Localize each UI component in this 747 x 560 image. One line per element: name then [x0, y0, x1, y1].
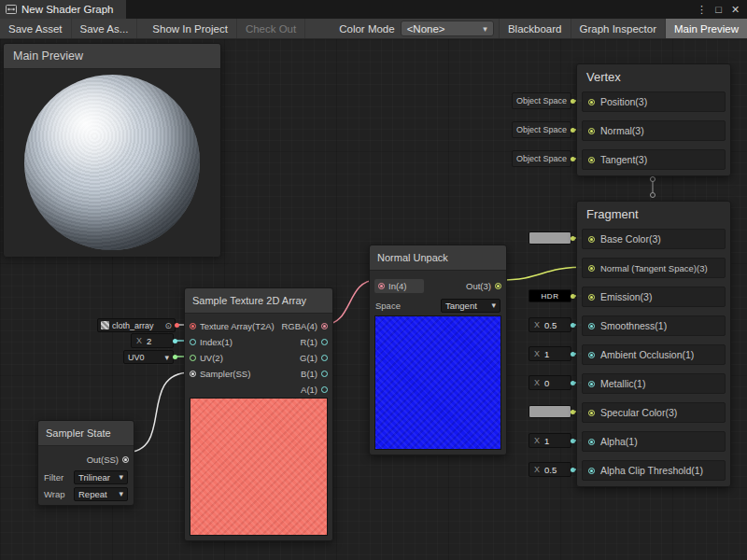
vertex-blocks: Position(3) Normal(3) Tangent(3) [577, 90, 730, 175]
fragment-block-smoothness[interactable]: Smoothness(1) [582, 315, 726, 336]
alpha-input-port[interactable] [588, 439, 595, 445]
main-preview-body [4, 69, 220, 257]
r-output-port[interactable] [321, 339, 328, 345]
block-label: Ambient Occlusion(1) [600, 349, 694, 360]
close-icon[interactable]: ✕ [728, 4, 742, 16]
base-color-swatch[interactable] [529, 231, 571, 245]
axis-label: X [534, 320, 540, 329]
sample-texture-2d-array-node[interactable]: Sample Texture 2D Array Texture Array(T2… [184, 287, 333, 541]
alpha-value-field[interactable]: X 1 [529, 433, 571, 448]
sampler-state-node[interactable]: Sampler State Out(SS) Filter Trilinear ▾… [37, 420, 134, 506]
node-title[interactable]: Sampler State [38, 421, 134, 446]
color-mode-dropdown[interactable]: <None> ▾ [401, 21, 494, 36]
rgba-output-port[interactable] [321, 323, 328, 329]
sampler-input-port[interactable] [190, 371, 196, 377]
fragment-block-specular-color[interactable]: Specular Color(3) [582, 402, 726, 423]
fragment-node-title[interactable]: Fragment [577, 202, 730, 227]
metallic-input-port[interactable] [588, 381, 595, 387]
smoothness-value-field[interactable]: X 0.5 [529, 317, 571, 332]
axis-value: 2 [147, 336, 151, 346]
axis-value: 0.5 [544, 320, 557, 330]
fragment-block-normal[interactable]: Normal (Tangent Space)(3) [582, 258, 726, 278]
save-asset-button[interactable]: Save Asset [0, 19, 72, 38]
io-rows: Out(SS) [38, 446, 134, 468]
chevron-down-icon: ▾ [119, 489, 123, 498]
output-label: G(1) [300, 353, 317, 363]
ambient-occlusion-input-port[interactable] [588, 352, 595, 358]
specular-color-swatch[interactable] [529, 405, 571, 418]
object-picker-icon[interactable]: ⊙ [164, 321, 172, 330]
position-input-port[interactable] [588, 99, 595, 105]
tangent-input-port[interactable] [588, 157, 595, 163]
wrap-dropdown[interactable]: Repeat ▾ [74, 487, 128, 501]
main-preview-title[interactable]: Main Preview [4, 44, 220, 69]
position-space-selector[interactable]: Object Space [512, 92, 571, 109]
wrap-value: Repeat [78, 489, 107, 499]
axis-value: 1 [544, 349, 549, 359]
maximize-icon[interactable]: □ [712, 4, 726, 15]
output-label: RGBA(4) [281, 321, 317, 331]
filter-label: Filter [44, 472, 63, 483]
tangent-space-selector[interactable]: Object Space [512, 150, 571, 167]
axis-label: X [534, 436, 540, 445]
filter-dropdown[interactable]: Trilinear ▾ [74, 470, 128, 484]
ambient-occlusion-value-field[interactable]: X 1 [529, 346, 571, 361]
node-title[interactable]: Sample Texture 2D Array [185, 288, 332, 314]
blackboard-button[interactable]: Blackboard [499, 19, 571, 38]
space-selector-label: Object Space [516, 96, 567, 105]
input-label: In(4) [388, 281, 407, 291]
base-color-input-port[interactable] [588, 236, 595, 243]
texture-array-object-field[interactable]: cloth_array ⊙ [97, 318, 176, 332]
out-ss-output-port[interactable] [122, 456, 129, 463]
alpha-clip-threshold-value-field[interactable]: X 0.5 [529, 462, 571, 477]
graph-inspector-button[interactable]: Graph Inspector [571, 19, 665, 38]
vertex-block-tangent[interactable]: Tangent(3) [582, 149, 726, 170]
fragment-block-alpha-clip-threshold[interactable]: Alpha Clip Threshold(1) [582, 460, 726, 481]
vertex-node-title[interactable]: Vertex [577, 64, 730, 90]
index-value-field[interactable]: X 2 [131, 333, 174, 348]
smoothness-input-port[interactable] [588, 323, 595, 329]
normal-unpack-node[interactable]: Normal Unpack In(4) Out(3) Space Tangent… [369, 245, 507, 455]
emission-input-port[interactable] [588, 294, 595, 301]
main-preview-button[interactable]: Main Preview [665, 19, 747, 38]
window-tab[interactable]: New Shader Graph [0, 0, 126, 19]
uv-channel-dropdown[interactable]: UV0 ▾ [123, 350, 174, 364]
vertex-block-position[interactable]: Position(3) [582, 91, 726, 112]
emission-hdr-swatch[interactable]: HDR [529, 289, 571, 302]
vertex-block-normal[interactable]: Normal(3) [582, 120, 726, 141]
alpha-clip-threshold-input-port[interactable] [588, 468, 595, 474]
title-bar: New Shader Graph ⋮ □ ✕ [0, 0, 747, 19]
index-input-port[interactable] [190, 339, 196, 345]
output-label: R(1) [301, 337, 317, 347]
output-label: A(1) [301, 385, 317, 395]
uv-input-port[interactable] [190, 355, 196, 361]
fragment-block-emission[interactable]: Emission(3) [582, 287, 726, 307]
show-in-project-button[interactable]: Show In Project [144, 19, 237, 38]
block-label: Alpha(1) [600, 436, 638, 447]
vertex-node[interactable]: Vertex Position(3) Normal(3) Tangent(3) [576, 63, 731, 176]
texture-array-input-port[interactable] [190, 323, 196, 329]
fragment-block-metallic[interactable]: Metallic(1) [582, 373, 726, 394]
fragment-block-base-color[interactable]: Base Color(3) [582, 229, 726, 249]
fragment-block-alpha[interactable]: Alpha(1) [582, 431, 726, 452]
space-selector-label: Object Space [516, 125, 567, 134]
g-output-port[interactable] [321, 355, 328, 361]
save-as-button[interactable]: Save As... [72, 19, 138, 38]
b-output-port[interactable] [321, 371, 328, 377]
shader-graph-icon [6, 4, 17, 15]
metallic-value-field[interactable]: X 0 [529, 375, 571, 390]
specular-color-input-port[interactable] [588, 410, 595, 416]
preview-sphere [24, 75, 200, 250]
normal-input-port[interactable] [588, 128, 595, 134]
normal-tangent-space-input-port[interactable] [588, 265, 595, 272]
node-title[interactable]: Normal Unpack [370, 245, 506, 271]
menu-icon[interactable]: ⋮ [695, 4, 709, 16]
fragment-node[interactable]: Fragment Base Color(3) Normal (Tangent S… [576, 201, 731, 487]
main-preview-panel[interactable]: Main Preview [3, 43, 221, 256]
in-input-port[interactable] [378, 283, 385, 289]
normal-space-selector[interactable]: Object Space [512, 121, 571, 138]
out-output-port[interactable] [495, 283, 501, 289]
space-dropdown[interactable]: Tangent ▾ [441, 299, 500, 313]
fragment-block-ambient-occlusion[interactable]: Ambient Occlusion(1) [582, 344, 726, 365]
a-output-port[interactable] [321, 386, 328, 393]
